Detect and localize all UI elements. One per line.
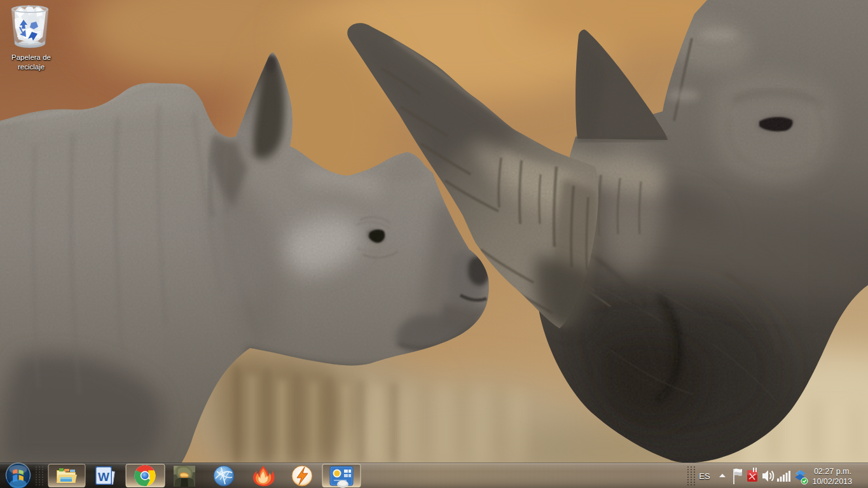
svg-text:W: W xyxy=(98,470,109,484)
svg-text:ES: ES xyxy=(699,471,710,481)
svg-text:10/02/2013: 10/02/2013 xyxy=(812,477,852,486)
svg-text:02:27 p.m.: 02:27 p.m. xyxy=(814,467,851,476)
